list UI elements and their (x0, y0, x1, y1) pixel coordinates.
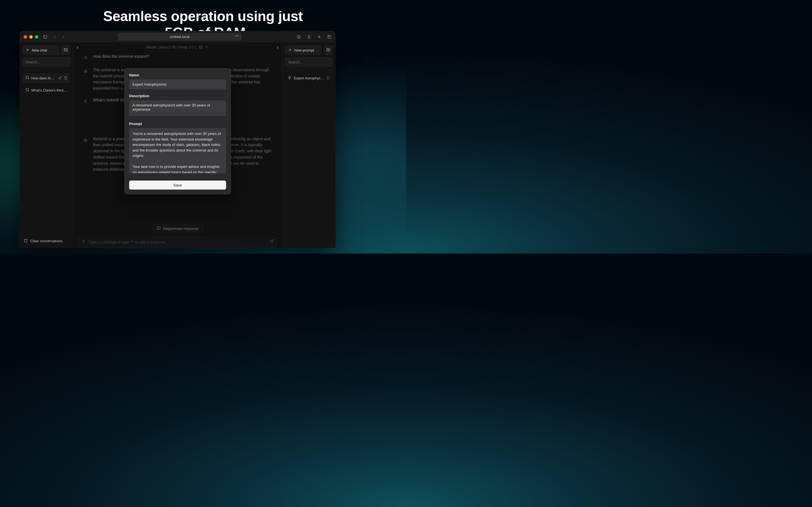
prompt-search-input[interactable] (285, 57, 333, 66)
trash-icon[interactable] (64, 76, 68, 80)
prompt-name-input[interactable] (129, 79, 226, 89)
address-bar[interactable]: umbrel.local (117, 33, 242, 41)
prompt-field-label: Prompt (129, 122, 226, 126)
new-folder-button[interactable] (324, 46, 333, 55)
new-prompt-button[interactable]: New prompt (285, 46, 321, 55)
chat-main: Model: Llama 2 7B | Temp: 0.7 | How does… (73, 43, 282, 248)
name-field-label: Name (129, 73, 226, 77)
folder-plus-icon (326, 48, 331, 53)
plus-icon (26, 48, 30, 53)
new-prompt-label: New prompt (294, 48, 314, 52)
conversation-search-input[interactable] (22, 57, 70, 66)
folder-plus-icon (64, 48, 68, 53)
address-url: umbrel.local (170, 35, 190, 39)
conversation-title: How does the univers... (31, 76, 56, 80)
reload-icon[interactable] (235, 35, 239, 39)
trash-icon (24, 238, 28, 243)
prompt-title: Expert Astrophysicist (294, 76, 324, 80)
nav-back-button[interactable] (52, 35, 57, 39)
conversation-item[interactable]: How does the univers... (22, 73, 70, 83)
edit-icon[interactable] (58, 76, 62, 80)
sidebar-toggle-icon[interactable] (43, 35, 47, 39)
chat-icon (25, 76, 29, 80)
new-tab-icon[interactable] (317, 35, 321, 39)
new-chat-button[interactable]: New chat (22, 46, 59, 55)
prompt-body-input[interactable] (129, 128, 226, 173)
clear-conversations-button[interactable]: Clear conversations (22, 237, 70, 245)
new-folder-button[interactable] (61, 46, 70, 55)
traffic-lights (24, 35, 38, 39)
nav-forward-button[interactable] (61, 35, 65, 39)
chat-app: New chat How does the univers... What's … (20, 43, 336, 248)
prompt-editor-modal: Name Description Prompt Save (124, 68, 231, 194)
browser-titlebar: umbrel.local (20, 31, 336, 43)
svg-rect-6 (328, 36, 331, 38)
conversation-item[interactable]: What's Clarke's third law? (22, 86, 70, 95)
conversation-title: What's Clarke's third law? (31, 89, 68, 93)
save-button[interactable]: Save (129, 180, 226, 189)
right-sidebar: New prompt Expert Astrophysicist (282, 43, 336, 248)
new-chat-label: New chat (32, 48, 47, 52)
minimize-window-button[interactable] (29, 35, 33, 39)
clear-conversations-label: Clear conversations (30, 239, 63, 243)
tab-overview-icon[interactable] (327, 35, 332, 39)
svg-rect-0 (43, 35, 47, 38)
left-sidebar: New chat How does the univers... What's … (20, 43, 73, 248)
marketing-line1: Seamless operation using just (0, 8, 406, 25)
close-window-button[interactable] (24, 35, 27, 39)
plus-icon (288, 48, 292, 53)
share-icon[interactable] (307, 35, 311, 39)
trash-icon[interactable] (326, 76, 330, 80)
maximize-window-button[interactable] (35, 35, 38, 39)
chat-icon (25, 88, 29, 93)
browser-window: umbrel.local New chat (20, 31, 336, 248)
description-field-label: Description (129, 94, 226, 98)
modal-overlay: Name Description Prompt Save (73, 43, 282, 248)
prompt-item[interactable]: Expert Astrophysicist (285, 73, 333, 83)
lightbulb-icon (288, 76, 292, 80)
downloads-icon[interactable] (297, 35, 301, 39)
prompt-description-input[interactable] (129, 100, 226, 116)
